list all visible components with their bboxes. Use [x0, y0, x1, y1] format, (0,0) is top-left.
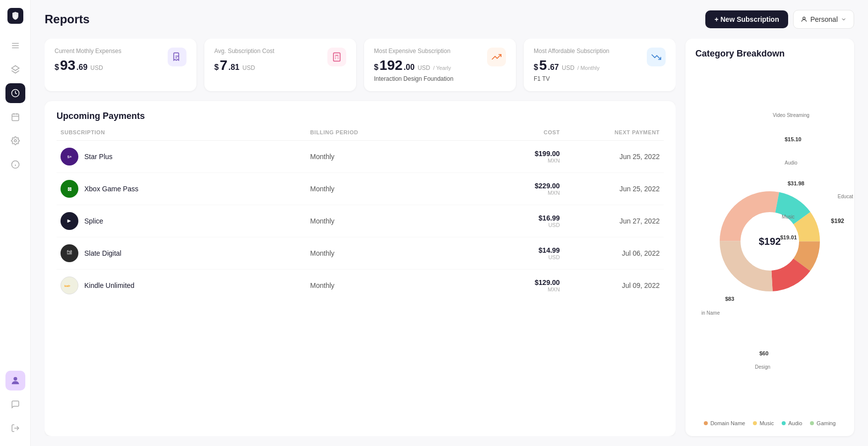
stat-value-expenses: $ 93 .69 USD [55, 57, 122, 73]
stat-dollar-expenses: $ [55, 63, 59, 72]
stat-card-affordable-content: Most Affordable Subscription $ 5 .67 USD… [534, 48, 610, 82]
legend-item-domain: Domain Name [704, 420, 745, 426]
svg-point-15 [803, 17, 805, 19]
sidebar-item-logout[interactable] [5, 418, 25, 438]
svg-text:unlimited: unlimited [64, 286, 69, 287]
chart-legend: Domain Name Music Audio Gaming [695, 415, 844, 426]
category-title: Category Breakdown [695, 49, 844, 59]
upcoming-title: Upcoming Payments [57, 111, 664, 121]
legend-dot-music [753, 421, 757, 425]
sidebar-item-info[interactable] [5, 155, 25, 174]
trending-up-icon [492, 52, 501, 62]
stat-currency-expensive: USD [418, 64, 430, 71]
sub-logo-kindle: kindle unlimited [61, 277, 78, 294]
cost-currency-starplus: MXN [460, 158, 559, 164]
label-audio: Audio [785, 160, 798, 166]
stat-label-avg: Avg. Subscription Cost [214, 48, 274, 55]
sidebar-item-layers[interactable] [5, 59, 25, 79]
personal-label: Personal [810, 15, 838, 23]
next-payment-kindle: Jul 09, 2022 [560, 281, 660, 289]
col-next-payment: NEXT PAYMENT [560, 129, 660, 135]
new-subscription-button[interactable]: + New Subscription [705, 10, 788, 28]
stat-icon-expenses [168, 48, 186, 66]
sidebar-item-settings[interactable] [5, 131, 25, 151]
svg-rect-5 [12, 114, 19, 121]
legend-label-music: Music [759, 420, 774, 426]
stat-icon-avg [327, 48, 346, 66]
sub-logo-xbox: ⊠ [61, 180, 78, 198]
sub-name-text-xbox: Xbox Game Pass [84, 185, 138, 193]
cost-amount-starplus: $199.00 [460, 150, 559, 158]
cost-amount-xbox: $229.00 [460, 182, 559, 190]
svg-text:$192: $192 [759, 236, 781, 247]
sidebar-bottom [5, 371, 25, 438]
stat-decimal-affordable: .67 [548, 63, 558, 72]
next-payment-starplus: Jun 25, 2022 [560, 153, 660, 161]
stat-dollar-avg: $ [214, 63, 219, 72]
person-icon [801, 16, 807, 23]
left-panel: Current Mothly Expenses $ 93 .69 USD [45, 39, 676, 436]
legend-dot-audio [782, 421, 786, 425]
sidebar-item-avatar[interactable] [5, 371, 25, 390]
stat-decimal-expenses: .69 [76, 63, 87, 72]
sub-name-starplus: S+ Star Plus [61, 148, 310, 166]
table-row: Splice Monthly $16.99 USD Jun 27, 2022 [57, 205, 664, 237]
label-education: Educat [838, 194, 853, 199]
sub-name-text-splice: Splice [84, 217, 103, 225]
sidebar-item-calendar[interactable] [5, 107, 25, 127]
stat-currency-affordable: USD [562, 64, 574, 71]
stat-dollar-expensive: $ [374, 63, 378, 72]
label-design: Design [755, 364, 770, 370]
stat-cards-row: Current Mothly Expenses $ 93 .69 USD [45, 39, 676, 91]
sub-logo-starplus: S+ [61, 148, 78, 166]
chevron-down-icon [841, 16, 847, 22]
stat-label-expenses: Current Mothly Expenses [55, 48, 122, 55]
cost-amount-kindle: $129.00 [460, 279, 559, 286]
kindle-logo-icon: kindle unlimited [64, 282, 75, 289]
sidebar-item-menu[interactable] [5, 36, 25, 56]
sidebar-item-chat[interactable] [5, 394, 25, 414]
stat-value-avg: $ 7 .81 USD [214, 57, 274, 73]
stat-card-expensive: Most Expensive Subscription $ 192 .00 US… [364, 39, 516, 91]
cost-currency-slate: USD [460, 254, 559, 260]
calculator-icon [332, 52, 342, 62]
sub-name-xbox: ⊠ Xbox Game Pass [61, 180, 310, 198]
legend-dot-gaming [810, 421, 814, 425]
next-payment-slate: Jul 06, 2022 [560, 249, 660, 257]
legend-item-audio: Audio [782, 420, 802, 426]
page-title: Reports [45, 12, 90, 26]
stat-value-affordable: $ 5 .67 USD / Monthly [534, 57, 610, 73]
donut-chart: $192 [710, 182, 829, 301]
stat-icon-expensive [487, 48, 506, 66]
value-video: $15.10 [785, 136, 802, 142]
table-row: kindle unlimited Kindle Unlimited Monthl… [57, 270, 664, 301]
sub-name-text-slate: Slate Digital [84, 249, 122, 257]
col-subscription: SUBSCRIPTION [61, 129, 310, 135]
app-logo[interactable] [7, 8, 23, 24]
cost-currency-xbox: MXN [460, 190, 559, 196]
table-row: Slate Digital Monthly $14.99 USD Jul 06,… [57, 237, 664, 270]
personal-selector-button[interactable]: Personal [793, 10, 854, 29]
stat-card-expenses: Current Mothly Expenses $ 93 .69 USD [45, 39, 196, 91]
svg-point-13 [13, 377, 17, 381]
cost-amount-splice: $16.99 [460, 214, 559, 222]
value-design: $60 [759, 350, 768, 356]
sidebar-item-reports[interactable] [5, 83, 25, 103]
stat-label-affordable: Most Affordable Subscription [534, 48, 610, 55]
cost-slate: $14.99 USD [460, 246, 559, 260]
main-panel: Reports + New Subscription Personal [31, 0, 868, 446]
label-domain: in Name [701, 310, 720, 316]
stat-period-affordable: / Monthly [577, 65, 600, 71]
stat-card-affordable: Most Affordable Subscription $ 5 .67 USD… [524, 39, 676, 91]
xbox-logo-icon: ⊠ [64, 183, 75, 194]
stat-decimal-avg: .81 [228, 63, 239, 72]
cost-starplus: $199.00 MXN [460, 150, 559, 164]
svg-point-9 [14, 140, 16, 142]
svg-rect-31 [67, 252, 69, 253]
billing-splice: Monthly [310, 217, 460, 225]
stat-decimal-expensive: .00 [404, 63, 415, 72]
stat-card-expensive-content: Most Expensive Subscription $ 192 .00 US… [374, 48, 453, 82]
sub-logo-splice [61, 212, 78, 230]
legend-label-audio: Audio [788, 420, 802, 426]
splice-logo-icon [64, 216, 75, 226]
